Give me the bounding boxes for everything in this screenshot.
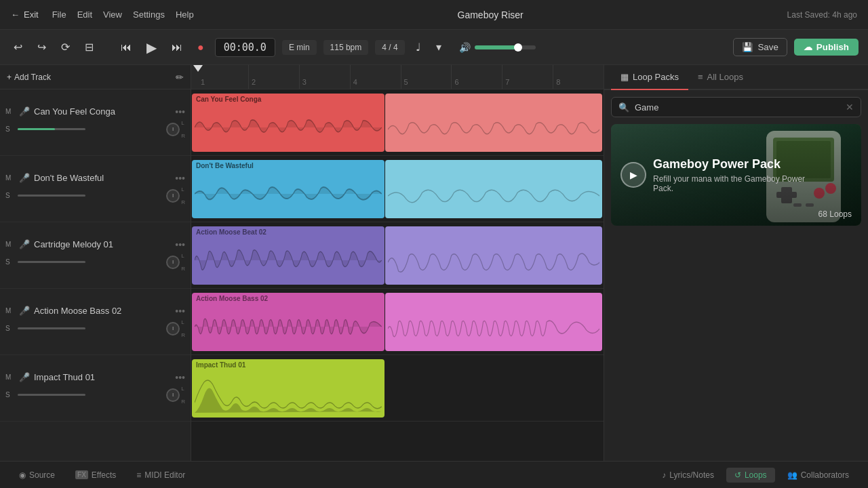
playback-time: 00:00.0: [215, 38, 275, 57]
tab-effects[interactable]: FX Effects: [67, 468, 124, 483]
track-name-4: Action Moose Bass 02: [34, 306, 171, 316]
tab-loops[interactable]: ↺ Loops: [726, 468, 775, 483]
track-volume-5[interactable]: [18, 394, 85, 396]
record-button[interactable]: ●: [193, 39, 208, 56]
menu-file[interactable]: File: [52, 9, 66, 20]
waveform-svg-4b: [388, 315, 599, 342]
effects-icon: FX: [75, 470, 88, 479]
exit-button[interactable]: ← Exit: [11, 9, 39, 20]
time-signature[interactable]: 4 / 4: [375, 40, 404, 55]
save-label: Save: [757, 42, 778, 52]
pack-loop-count: 68 Loops: [818, 209, 852, 219]
track-solo-label-5[interactable]: S: [5, 391, 15, 399]
clip-bass-2[interactable]: [385, 293, 602, 351]
fast-forward-button[interactable]: ⏭: [167, 39, 186, 56]
undo-button[interactable]: ↩: [9, 38, 26, 56]
loop-button[interactable]: ⟳: [57, 38, 74, 56]
add-track-button[interactable]: + Add Track: [7, 73, 51, 82]
track-item-thud: M 🎤 Impact Thud 01 ••• S I LR: [0, 355, 191, 422]
all-loops-icon: ≡: [698, 72, 703, 82]
tracks-scroll[interactable]: Can You Feel Conga: [191, 89, 604, 461]
pack-play-button[interactable]: ▶: [620, 162, 646, 188]
ruler-mark-1: 1: [198, 65, 248, 89]
track-mic-icon-2: 🎤: [19, 173, 30, 183]
tab-loop-packs[interactable]: ▦ Loop Packs: [611, 65, 688, 90]
last-saved: Last Saved: 4h ago: [787, 10, 857, 20]
track-mute-label-3[interactable]: M: [5, 241, 15, 248]
track-item-bass: M 🎤 Action Moose Bass 02 ••• S I LR: [0, 289, 191, 355]
clip-melody-1[interactable]: Action Moose Beat 02: [192, 226, 384, 285]
midi-icon: ≡: [136, 470, 141, 480]
track-pan-knob-5[interactable]: I: [166, 388, 180, 402]
track-more-3[interactable]: •••: [175, 239, 185, 250]
tab-lyrics[interactable]: ♪ Lyrics/Notes: [654, 468, 722, 483]
track-solo-label-2[interactable]: S: [5, 192, 15, 199]
waveform-svg-1b: [388, 116, 599, 143]
volume-control: 🔊: [459, 42, 536, 53]
ruler-mark-4: 4: [350, 65, 401, 89]
search-clear-button[interactable]: ✕: [846, 102, 854, 113]
waveform-svg-5: [195, 375, 382, 413]
track-volume-2[interactable]: [18, 195, 85, 197]
arrange-button[interactable]: ⊟: [81, 38, 98, 56]
clip-thud-1[interactable]: Impact Thud 01: [192, 359, 384, 418]
track-pan-knob-4[interactable]: I: [166, 322, 180, 336]
track-solo-label-3[interactable]: S: [5, 258, 15, 266]
clip-conga-1[interactable]: Can You Feel Conga: [192, 94, 384, 152]
ruler-mark-8: 8: [553, 65, 604, 89]
track-volume-3[interactable]: [18, 261, 85, 263]
tab-all-loops-label: All Loops: [707, 72, 743, 82]
track-mute-label-2[interactable]: M: [5, 174, 15, 182]
tab-midi-editor[interactable]: ≡ MIDI Editor: [128, 468, 193, 483]
tab-source-label: Source: [29, 470, 55, 480]
pack-title: Gameboy Power Pack: [653, 157, 816, 171]
track-pan-area-3: I LR: [166, 253, 185, 272]
pack-card[interactable]: ▶ Gameboy Power Pack Refill your mana wi…: [611, 124, 861, 226]
clip-wasteful-1[interactable]: Don't Be Wasteful: [192, 160, 384, 218]
track-solo-label-4[interactable]: S: [5, 325, 15, 332]
clip-conga-2[interactable]: [385, 94, 602, 152]
track-mute-label-5[interactable]: M: [5, 373, 15, 381]
track-volume-1[interactable]: [18, 128, 85, 130]
track-volume-4[interactable]: [18, 327, 85, 329]
clip-wasteful-2[interactable]: [385, 160, 602, 218]
tab-collaborators[interactable]: 👥 Collaborators: [779, 468, 857, 483]
track-mute-label-1[interactable]: M: [5, 108, 15, 115]
bottombar: ◉ Source FX Effects ≡ MIDI Editor ♪ Lyri…: [0, 461, 868, 488]
track-pan-knob-1[interactable]: I: [166, 123, 180, 136]
tab-all-loops[interactable]: ≡ All Loops: [688, 65, 753, 90]
track-mute-label-4[interactable]: M: [5, 307, 15, 314]
clip-melody-2[interactable]: [385, 226, 602, 285]
clip-bass-1[interactable]: Action Moose Bass 02: [192, 293, 384, 351]
search-input[interactable]: [635, 102, 840, 113]
track-pan-knob-2[interactable]: I: [166, 189, 180, 203]
play-button[interactable]: ▶: [142, 37, 161, 58]
menu-settings[interactable]: Settings: [133, 9, 165, 20]
tab-loop-packs-label: Loop Packs: [633, 72, 679, 82]
metronome-button[interactable]: ♩: [412, 38, 425, 56]
tab-source[interactable]: ◉ Source: [11, 468, 63, 483]
clip-label-thud-1: Impact Thud 01: [192, 359, 384, 371]
volume-bar[interactable]: [475, 45, 536, 49]
menu-help[interactable]: Help: [176, 9, 194, 20]
menu-view[interactable]: View: [103, 9, 122, 20]
track-more-5[interactable]: •••: [175, 372, 185, 383]
track-pan-knob-3[interactable]: I: [166, 256, 180, 269]
track-more-1[interactable]: •••: [175, 106, 185, 117]
redo-button[interactable]: ↪: [33, 38, 50, 56]
track-row-1: Can You Feel Conga: [191, 89, 604, 156]
track-item-conga: M 🎤 Can You Feel Conga ••• S I LR: [0, 89, 191, 156]
bpm-display[interactable]: 115 bpm: [323, 40, 369, 55]
key-display[interactable]: E min: [282, 40, 317, 55]
pencil-tool-button[interactable]: ✏: [176, 72, 184, 83]
rewind-button[interactable]: ⏮: [117, 39, 136, 56]
save-button[interactable]: 💾 Save: [733, 38, 787, 56]
track-solo-label-1[interactable]: S: [5, 125, 15, 133]
track-more-4[interactable]: •••: [175, 306, 185, 317]
waveform-svg-3: [195, 245, 382, 275]
track-more-2[interactable]: •••: [175, 173, 185, 184]
search-bar: 🔍 ✕: [611, 97, 861, 117]
dropdown-button[interactable]: ▾: [432, 38, 446, 56]
menu-edit[interactable]: Edit: [77, 9, 92, 20]
publish-button[interactable]: ☁ Publish: [794, 39, 859, 56]
